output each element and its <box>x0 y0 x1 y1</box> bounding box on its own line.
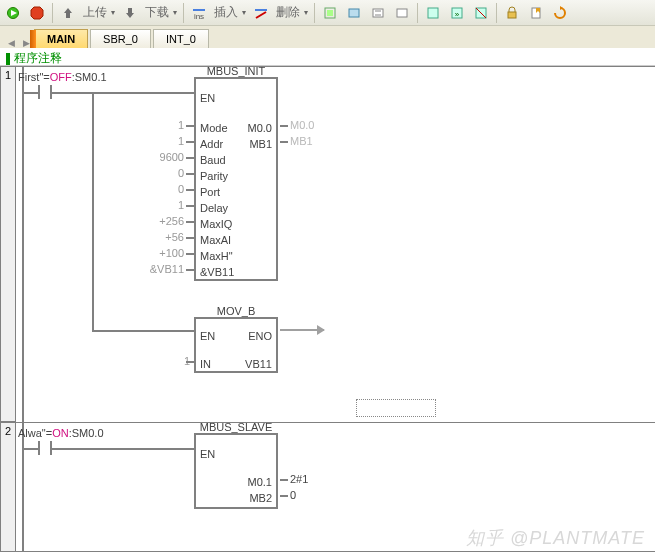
pin-value: 0 <box>146 167 184 179</box>
tool-icon-6[interactable]: » <box>446 2 468 24</box>
svg-text:ins: ins <box>194 12 204 20</box>
tab-int0[interactable]: INT_0 <box>153 29 209 48</box>
svg-text:»: » <box>455 10 460 19</box>
eno-wire <box>280 329 324 331</box>
svg-marker-2 <box>31 7 43 19</box>
tool-icon-3[interactable] <box>367 2 389 24</box>
block-title: MBUS_SLAVE <box>196 421 276 433</box>
program-comment-bar: 程序注释 <box>0 48 655 66</box>
network-number-1[interactable]: 1 <box>0 66 16 422</box>
block-pin-row: Port <box>196 185 276 199</box>
pin-value: 9600 <box>146 151 184 163</box>
block-pin-row: MaxAI <box>196 233 276 247</box>
svg-rect-14 <box>428 8 438 18</box>
svg-rect-13 <box>397 9 407 17</box>
svg-rect-3 <box>193 9 205 11</box>
svg-rect-8 <box>327 10 333 16</box>
block-mbus-slave[interactable]: MBUS_SLAVE EN M0.1MB2 <box>194 433 278 509</box>
svg-rect-9 <box>349 9 359 17</box>
pin-value: M0.0 <box>290 119 314 131</box>
stop-icon[interactable] <box>26 2 48 24</box>
bookmark-icon[interactable] <box>525 2 547 24</box>
lock-icon[interactable] <box>501 2 523 24</box>
block-pin-row: MB2 <box>196 491 276 505</box>
download-icon[interactable] <box>119 2 141 24</box>
pin-value: 0 <box>290 489 296 501</box>
watermark: 知乎 @PLANTMATE <box>466 526 645 550</box>
upload-label: 上传 <box>81 4 109 21</box>
block-title: MOV_B <box>196 305 276 317</box>
block-mbus-init[interactable]: MBUS_INIT EN ModeM0.0AddrMB1BaudParityPo… <box>194 77 278 281</box>
insert-label: 插入 <box>212 4 240 21</box>
block-pin-row: MaxH" <box>196 249 276 263</box>
svg-rect-10 <box>373 9 383 17</box>
contact-no[interactable] <box>30 85 60 99</box>
block-title: MBUS_INIT <box>196 65 276 77</box>
block-pin-row: ModeM0.0 <box>196 121 276 135</box>
pin-value: +56 <box>146 231 184 243</box>
main-toolbar: 上传▾ 下载▾ ins 插入▾ 删除▾ » <box>0 0 655 26</box>
pin-value: +100 <box>146 247 184 259</box>
tab-sbr0[interactable]: SBR_0 <box>90 29 151 48</box>
refresh-icon[interactable] <box>549 2 571 24</box>
delete-row-icon[interactable] <box>250 2 272 24</box>
tool-icon-2[interactable] <box>343 2 365 24</box>
ladder-editor[interactable]: 1 First"=OFF:SM0.1 MBUS_INIT EN ModeM0.0… <box>0 66 655 556</box>
block-pin-row: Delay <box>196 201 276 215</box>
tab-scroll-left[interactable]: ◀ <box>4 38 19 48</box>
power-rail <box>22 423 24 551</box>
insert-row-icon[interactable]: ins <box>188 2 210 24</box>
block-pin-row: &VB11 <box>196 265 276 279</box>
pin-value: +256 <box>146 215 184 227</box>
upload-icon[interactable] <box>57 2 79 24</box>
block-pin-row: M0.1 <box>196 475 276 489</box>
block-mov-b[interactable]: MOV_B ENENO INVB11 <box>194 317 278 373</box>
delete-label: 删除 <box>274 4 302 21</box>
network-1[interactable]: First"=OFF:SM0.1 MBUS_INIT EN ModeM0.0Ad… <box>16 66 655 422</box>
pin-value: MB1 <box>290 135 313 147</box>
tool-icon-1[interactable] <box>319 2 341 24</box>
cursor-rect[interactable] <box>356 399 436 417</box>
pin-value: 1 <box>146 199 184 211</box>
svg-line-6 <box>256 12 266 18</box>
run-icon[interactable] <box>2 2 24 24</box>
tool-icon-7[interactable] <box>470 2 492 24</box>
svg-rect-5 <box>255 9 267 11</box>
contact-label-2: Alwa"=ON:SM0.0 <box>18 427 104 439</box>
pin-value: 0 <box>146 183 184 195</box>
tab-main[interactable]: MAIN <box>34 29 88 48</box>
contact-label-1: First"=OFF:SM0.1 <box>18 71 107 83</box>
pin-value: &VB11 <box>146 263 184 275</box>
network-number-2[interactable]: 2 <box>0 422 16 552</box>
contact-no[interactable] <box>30 441 60 455</box>
tool-icon-4[interactable] <box>391 2 413 24</box>
block-pin-row: MaxIQ <box>196 217 276 231</box>
pou-tabs: ◀ ▶ MAIN SBR_0 INT_0 <box>0 26 655 48</box>
pin-value: 1 <box>146 119 184 131</box>
block-pin-row: AddrMB1 <box>196 137 276 151</box>
block-pin-row: Baud <box>196 153 276 167</box>
pin-value: 1 <box>146 135 184 147</box>
download-label: 下载 <box>143 4 171 21</box>
tool-icon-5[interactable] <box>422 2 444 24</box>
power-rail <box>22 67 24 422</box>
block-pin-row: Parity <box>196 169 276 183</box>
program-comment: 程序注释 <box>6 51 62 65</box>
pin-value: 2#1 <box>290 473 308 485</box>
svg-rect-19 <box>508 12 516 18</box>
